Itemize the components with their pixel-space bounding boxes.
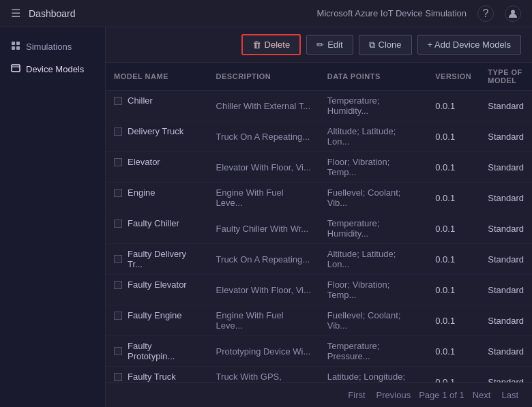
svg-rect-3 <box>12 46 15 50</box>
simulations-icon <box>11 41 20 52</box>
cell-version: 0.0.1 <box>427 152 479 183</box>
azure-title: Microsoft Azure IoT Device Simulation <box>317 8 467 18</box>
table-header-row: MODEL NAME DESCRIPTION DATA POINTS VERSI… <box>106 63 532 91</box>
main-layout: Simulations Device Models 🗑 Delete ✏ Edi… <box>0 27 532 407</box>
cell-version: 0.0.1 <box>427 244 479 275</box>
cell-model-name: Faulty Elevator <box>106 275 208 295</box>
last-page-link[interactable]: Last <box>499 389 521 402</box>
row-checkbox-icon[interactable] <box>114 312 122 320</box>
table-container[interactable]: MODEL NAME DESCRIPTION DATA POINTS VERSI… <box>106 63 532 382</box>
cell-version: 0.0.1 <box>427 367 479 383</box>
sidebar: Simulations Device Models <box>0 27 106 407</box>
model-name-text: Faulty Elevator <box>128 280 187 290</box>
table-row[interactable]: EngineEngine With Fuel Leve...Fuellevel;… <box>106 183 532 213</box>
table-row[interactable]: Delivery TruckTruck On A Repeating...Alt… <box>106 121 532 152</box>
cell-version: 0.0.1 <box>427 183 479 213</box>
cell-version: 0.0.1 <box>427 213 479 244</box>
col-header-version: VERSION <box>427 63 479 91</box>
cell-version: 0.0.1 <box>427 275 479 305</box>
table-row[interactable]: Faulty Delivery Tr...Truck On A Repeatin… <box>106 244 532 275</box>
page-indicator: Page 1 of 1 <box>419 390 464 400</box>
table-row[interactable]: Faulty EngineEngine With Fuel Leve...Fue… <box>106 305 532 336</box>
cell-model-name: Chiller <box>106 91 208 110</box>
cell-data-points: Floor; Vibration; Temp... <box>319 152 427 183</box>
table-row[interactable]: Faulty ChillerFaulty Chiller With Wr...T… <box>106 213 532 244</box>
table-row[interactable]: Faulty Prototypin...Prototyping Device W… <box>106 336 532 367</box>
model-name-text: Faulty Delivery Tr... <box>128 249 200 269</box>
header-left: ☰ Dashboard <box>11 7 76 20</box>
top-header: ☰ Dashboard Microsoft Azure IoT Device S… <box>0 0 532 27</box>
table-row[interactable]: ElevatorElevator With Floor, Vi...Floor;… <box>106 152 532 183</box>
row-checkbox-icon[interactable] <box>114 347 122 355</box>
table-row[interactable]: ChillerChiller With External T...Tempera… <box>106 91 532 121</box>
cell-version: 0.0.1 <box>427 121 479 152</box>
delete-button[interactable]: 🗑 Delete <box>241 34 301 55</box>
previous-page-link[interactable]: Previous <box>374 389 414 402</box>
cell-type: Standard <box>479 183 532 213</box>
cell-model-name: Faulty Truck <box>106 367 208 382</box>
cell-model-name: Faulty Engine <box>106 305 208 325</box>
device-models-icon <box>11 63 20 75</box>
row-checkbox-icon[interactable] <box>114 97 122 105</box>
edit-icon: ✏ <box>316 40 324 50</box>
cell-description: Engine With Fuel Leve... <box>208 183 319 213</box>
cell-model-name: Faulty Prototypin... <box>106 336 208 366</box>
add-device-models-button[interactable]: + Add Device Models <box>417 35 521 55</box>
cell-data-points: Latitude; Longitude; S... <box>319 367 427 383</box>
cell-type: Standard <box>479 152 532 183</box>
hamburger-icon[interactable]: ☰ <box>11 7 20 20</box>
clone-button[interactable]: ⧉ Clone <box>359 35 412 55</box>
col-header-data-points: DATA POINTS <box>319 63 427 91</box>
sidebar-item-simulations[interactable]: Simulations <box>0 35 105 58</box>
device-models-table: MODEL NAME DESCRIPTION DATA POINTS VERSI… <box>106 63 532 382</box>
svg-rect-5 <box>12 65 20 72</box>
col-header-type: TYPE OF MODEL <box>479 63 532 91</box>
cell-description: Truck On A Repeating... <box>208 244 319 275</box>
row-checkbox-icon[interactable] <box>114 127 122 136</box>
model-name-text: Faulty Chiller <box>128 218 179 228</box>
row-checkbox-icon[interactable] <box>114 373 122 381</box>
cell-type: Standard <box>479 367 532 383</box>
delete-label: Delete <box>265 40 291 50</box>
svg-rect-1 <box>12 42 15 45</box>
first-page-link[interactable]: First <box>345 389 368 402</box>
cell-description: Truck With GPS, Spee... <box>208 367 319 383</box>
row-checkbox-icon[interactable] <box>114 189 122 197</box>
model-name-text: Faulty Engine <box>128 310 182 320</box>
edit-button[interactable]: ✏ Edit <box>306 35 353 55</box>
row-checkbox-icon[interactable] <box>114 255 122 263</box>
next-page-link[interactable]: Next <box>470 389 494 402</box>
cell-description: Chiller With External T... <box>208 91 319 121</box>
model-name-text: Chiller <box>128 95 153 106</box>
svg-rect-2 <box>16 42 20 45</box>
model-name-text: Elevator <box>128 157 160 167</box>
cell-description: Engine With Fuel Leve... <box>208 305 319 336</box>
cell-type: Standard <box>479 121 532 152</box>
help-icon[interactable]: ? <box>477 5 494 22</box>
cell-version: 0.0.1 <box>427 336 479 367</box>
page-title: Dashboard <box>29 8 76 19</box>
edit-label: Edit <box>327 40 342 50</box>
svg-rect-4 <box>16 46 20 50</box>
col-header-model-name: MODEL NAME <box>106 63 208 91</box>
model-name-text: Delivery Truck <box>128 126 183 136</box>
pagination: First Previous Page 1 of 1 Next Last <box>106 382 532 407</box>
user-icon[interactable] <box>505 5 521 22</box>
cell-type: Standard <box>479 305 532 336</box>
table-row[interactable]: Faulty ElevatorElevator With Floor, Vi..… <box>106 275 532 305</box>
cell-model-name: Elevator <box>106 152 208 172</box>
row-checkbox-icon[interactable] <box>114 220 122 228</box>
svg-point-0 <box>511 10 515 14</box>
cell-data-points: Temperature; Pressure... <box>319 336 427 367</box>
col-header-description: DESCRIPTION <box>208 63 319 91</box>
model-name-text: Faulty Truck <box>128 372 176 382</box>
cell-model-name: Faulty Chiller <box>106 213 208 233</box>
cell-data-points: Altitude; Latitude; Lon... <box>319 121 427 152</box>
add-label: + Add Device Models <box>428 40 511 50</box>
table-row[interactable]: Faulty TruckTruck With GPS, Spee...Latit… <box>106 367 532 383</box>
row-checkbox-icon[interactable] <box>114 158 122 166</box>
sidebar-item-device-models[interactable]: Device Models <box>0 58 105 80</box>
toolbar: 🗑 Delete ✏ Edit ⧉ Clone + Add Device Mod… <box>106 27 532 63</box>
row-checkbox-icon[interactable] <box>114 281 122 289</box>
cell-data-points: Altitude; Latitude; Lon... <box>319 244 427 275</box>
